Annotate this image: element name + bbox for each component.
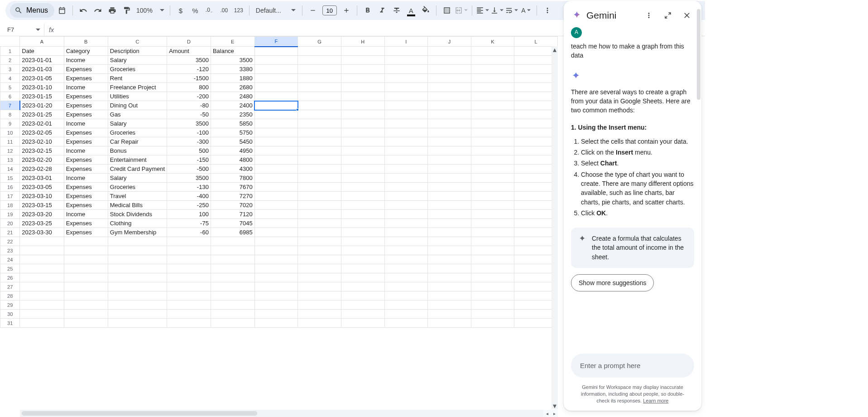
cell-A3[interactable]: 2023-01-03: [20, 65, 64, 74]
paint-format-icon[interactable]: [120, 4, 134, 17]
cell-B14[interactable]: Expenses: [64, 165, 108, 174]
cell-B10[interactable]: Expenses: [64, 128, 108, 137]
cell-H9[interactable]: [341, 119, 384, 128]
cell-I9[interactable]: [384, 119, 428, 128]
cell-G8[interactable]: [298, 110, 341, 119]
cell-B11[interactable]: Expenses: [64, 137, 108, 146]
cell-G5[interactable]: [298, 83, 341, 92]
cell-E18[interactable]: 7020: [211, 201, 254, 210]
cell-E12[interactable]: 4950: [211, 146, 254, 155]
cell-C12[interactable]: Bonus: [108, 146, 167, 155]
cell-G3[interactable]: [298, 65, 341, 74]
cell-D29[interactable]: [167, 301, 211, 310]
cell-H10[interactable]: [341, 128, 384, 137]
row-header-4[interactable]: 4: [0, 74, 20, 83]
row-header-10[interactable]: 10: [0, 128, 20, 137]
panel-scrollbar[interactable]: [697, 9, 700, 402]
cell-C18[interactable]: Medical Bills: [108, 201, 167, 210]
cell-J13[interactable]: [428, 155, 471, 165]
cell-H18[interactable]: [341, 201, 384, 210]
cell-D8[interactable]: -50: [167, 110, 211, 119]
cell-A12[interactable]: 2023-02-15: [20, 146, 64, 155]
cell-K3[interactable]: [471, 65, 514, 74]
cell-G2[interactable]: [298, 56, 341, 65]
cell-G13[interactable]: [298, 155, 341, 165]
cell-C17[interactable]: Travel: [108, 192, 167, 201]
cell-H2[interactable]: [341, 56, 384, 65]
text-color-icon[interactable]: A: [404, 4, 418, 17]
cell-I31[interactable]: [384, 319, 428, 328]
cell-K25[interactable]: [471, 264, 514, 273]
cell-D24[interactable]: [167, 255, 211, 264]
cell-A31[interactable]: [20, 319, 64, 328]
cell-D4[interactable]: -1500: [167, 74, 211, 83]
cell-G17[interactable]: [298, 192, 341, 201]
cell-G1[interactable]: [298, 47, 341, 56]
cell-F17[interactable]: [254, 192, 298, 201]
row-header-16[interactable]: 16: [0, 183, 20, 192]
cell-F25[interactable]: [254, 264, 298, 273]
cell-C24[interactable]: [108, 255, 167, 264]
cell-K14[interactable]: [471, 165, 514, 174]
row-header-23[interactable]: 23: [0, 246, 20, 255]
cell-I14[interactable]: [384, 165, 428, 174]
col-header-H[interactable]: H: [341, 37, 384, 47]
cell-C2[interactable]: Salary: [108, 56, 167, 65]
cell-G4[interactable]: [298, 74, 341, 83]
cell-A27[interactable]: [20, 282, 64, 291]
cell-C21[interactable]: Gym Membership: [108, 228, 167, 237]
cell-C9[interactable]: Salary: [108, 119, 167, 128]
cell-F1[interactable]: [254, 47, 298, 56]
cell-D19[interactable]: 100: [167, 210, 211, 219]
cell-K22[interactable]: [471, 237, 514, 246]
cell-F12[interactable]: [254, 146, 298, 155]
cell-B16[interactable]: Expenses: [64, 183, 108, 192]
cell-B19[interactable]: Income: [64, 210, 108, 219]
cell-C14[interactable]: Credit Card Payment: [108, 165, 167, 174]
cell-E14[interactable]: 4300: [211, 165, 254, 174]
gemini-expand-icon[interactable]: [661, 8, 675, 23]
cell-D26[interactable]: [167, 273, 211, 282]
cell-H27[interactable]: [341, 282, 384, 291]
col-header-D[interactable]: D: [167, 37, 211, 47]
cell-H5[interactable]: [341, 83, 384, 92]
cell-H3[interactable]: [341, 65, 384, 74]
cell-I8[interactable]: [384, 110, 428, 119]
cell-K9[interactable]: [471, 119, 514, 128]
cell-J6[interactable]: [428, 92, 471, 101]
cell-F2[interactable]: [254, 56, 298, 65]
cell-E3[interactable]: 3380: [211, 65, 254, 74]
cell-A1[interactable]: Date: [20, 47, 64, 56]
row-header-12[interactable]: 12: [0, 146, 20, 155]
cell-A8[interactable]: 2023-01-25: [20, 110, 64, 119]
row-header-24[interactable]: 24: [0, 255, 20, 264]
cell-E5[interactable]: 2680: [211, 83, 254, 92]
spreadsheet-grid[interactable]: ABCDEFGHIJKL1DateCategoryDescriptionAmou…: [0, 36, 558, 328]
cell-D18[interactable]: -250: [167, 201, 211, 210]
cell-D1[interactable]: Amount: [167, 47, 211, 56]
cell-C16[interactable]: Groceries: [108, 183, 167, 192]
cell-J26[interactable]: [428, 273, 471, 282]
cell-E9[interactable]: 5850: [211, 119, 254, 128]
cell-F6[interactable]: [254, 92, 298, 101]
cell-J15[interactable]: [428, 174, 471, 183]
cell-K17[interactable]: [471, 192, 514, 201]
cell-D5[interactable]: 800: [167, 83, 211, 92]
cell-J5[interactable]: [428, 83, 471, 92]
cell-K4[interactable]: [471, 74, 514, 83]
cell-H14[interactable]: [341, 165, 384, 174]
row-header-15[interactable]: 15: [0, 174, 20, 183]
cell-F28[interactable]: [254, 291, 298, 301]
cell-A23[interactable]: [20, 246, 64, 255]
gemini-more-icon[interactable]: [642, 8, 656, 23]
cell-J7[interactable]: [428, 101, 471, 110]
cell-C10[interactable]: Groceries: [108, 128, 167, 137]
cell-C27[interactable]: [108, 282, 167, 291]
cell-B9[interactable]: Income: [64, 119, 108, 128]
cell-K11[interactable]: [471, 137, 514, 146]
cell-J8[interactable]: [428, 110, 471, 119]
gemini-close-icon[interactable]: [680, 8, 694, 23]
menus-button[interactable]: Menus: [10, 3, 54, 18]
cell-A18[interactable]: 2023-03-15: [20, 201, 64, 210]
cell-B30[interactable]: [64, 310, 108, 319]
